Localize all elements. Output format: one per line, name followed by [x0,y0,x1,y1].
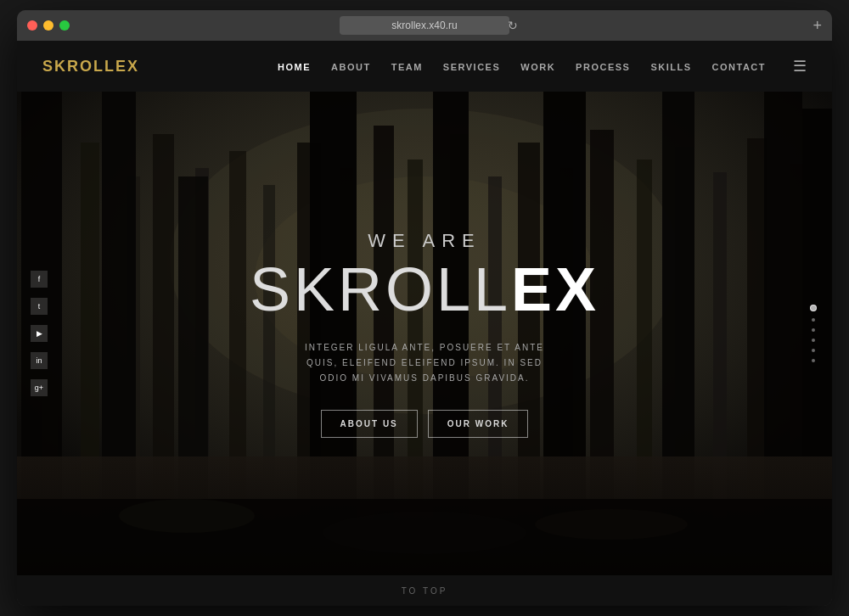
nav-item-about[interactable]: ABOUT [331,59,371,74]
hero-desc-line1: INTEGER LIGULA ANTE, POSUERE ET ANTE [250,340,599,356]
browser-window: skrollex.x40.ru ↻ + SKROLLEX HOME ABOUT … [17,10,832,606]
maximize-button[interactable] [59,20,70,31]
nav-item-services[interactable]: SERVICES [443,59,500,74]
to-top-link[interactable]: TO TOP [402,586,448,596]
url-bar[interactable]: skrollex.x40.ru [340,16,509,35]
our-work-button[interactable]: OUR WORK [428,410,529,438]
svg-point-37 [119,499,255,533]
browser-titlebar: skrollex.x40.ru ↻ + [17,10,832,41]
nav-item-team[interactable]: TEAM [391,59,423,74]
hero-description: INTEGER LIGULA ANTE, POSUERE ET ANTE QUI… [250,340,599,386]
nav-link-process[interactable]: PROCESS [576,62,630,72]
nav-item-work[interactable]: WORK [520,59,555,74]
nav-link-work[interactable]: WORK [520,62,555,72]
browser-dots [27,20,70,31]
nav-links: HOME ABOUT TEAM SERVICES WORK PROCESS SK… [278,57,807,76]
nav-link-about[interactable]: ABOUT [331,62,371,72]
logo-accent: EX [115,58,139,75]
scroll-dot-5 [812,359,815,362]
scroll-dot-1 [812,318,815,322]
nav-link-team[interactable]: TEAM [391,62,423,72]
googleplus-icon[interactable]: g+ [31,379,48,396]
about-us-button[interactable]: ABOUT US [321,410,418,438]
site-navigation: SKROLLEX HOME ABOUT TEAM SERVICES WORK P… [17,41,832,92]
hero-desc-line2: QUIS, ELEIFEND ELEIFEND IPSUM. IN SED [250,356,599,371]
hero-desc-line3: ODIO MI VIVAMUS DAPIBUS GRAVIDA. [250,371,599,386]
hero-title: SKROLLEX [250,259,599,320]
nav-link-contact[interactable]: CONTACT [712,62,766,72]
hero-section: f t ▶ in g+ WE ARE SKROLLEX [17,92,832,575]
nav-link-services[interactable]: SERVICES [443,62,500,72]
nav-hamburger[interactable]: ☰ [786,57,807,76]
nav-item-home[interactable]: HOME [278,59,311,74]
youtube-icon[interactable]: ▶ [31,325,48,342]
refresh-icon[interactable]: ↻ [508,19,518,32]
site-logo[interactable]: SKROLLEX [42,58,139,76]
scroll-dot-4 [812,349,815,352]
scroll-indicator [810,305,817,362]
scroll-dot-active [810,305,817,311]
site-footer: TO TOP [17,575,832,606]
svg-point-38 [535,509,688,540]
website-content: SKROLLEX HOME ABOUT TEAM SERVICES WORK P… [17,41,832,606]
nav-link-skills[interactable]: SKILLS [650,62,691,72]
scroll-dot-3 [812,339,815,342]
logo-text: SKROLL [42,58,115,75]
nav-link-home[interactable]: HOME [278,62,311,72]
twitter-icon[interactable]: t [31,298,48,315]
minimize-button[interactable] [43,20,53,31]
hero-content: WE ARE SKROLLEX INTEGER LIGULA ANTE, POS… [250,230,599,438]
scroll-dot-2 [812,328,815,332]
new-tab-button[interactable]: + [812,18,822,33]
social-sidebar: f t ▶ in g+ [31,271,48,396]
nav-item-skills[interactable]: SKILLS [650,59,691,74]
nav-item-process[interactable]: PROCESS [576,59,630,74]
hero-buttons: ABOUT US OUR WORK [250,410,599,438]
close-button[interactable] [27,20,37,31]
hero-title-light: SKROLL [250,255,511,323]
nav-item-contact[interactable]: CONTACT [712,59,766,74]
svg-point-39 [323,512,526,554]
hero-subtitle: WE ARE [250,230,599,252]
hero-title-bold: EX [511,255,599,323]
facebook-icon[interactable]: f [31,271,48,288]
instagram-icon[interactable]: in [31,352,48,369]
